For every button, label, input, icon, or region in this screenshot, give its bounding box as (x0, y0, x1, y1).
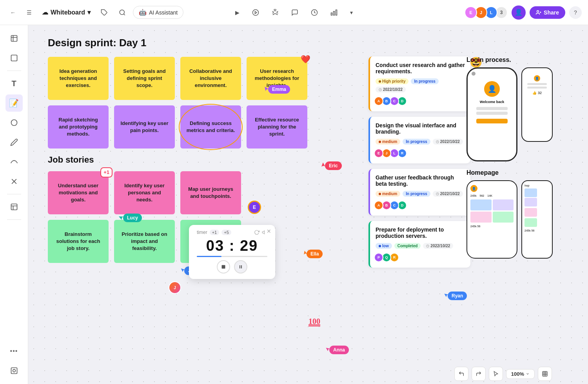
sticky-green-2[interactable]: Prioritize based on impact and feasibili… (114, 220, 175, 263)
comment-button[interactable] (287, 7, 302, 18)
help-button[interactable]: ? (569, 6, 582, 19)
task-card-4[interactable]: Prepare for deployment to production ser… (368, 221, 470, 268)
cursor-lucy: Lucy (118, 214, 125, 222)
homepage-mockup-2[interactable]: hap 245k 56 (521, 180, 553, 259)
homepage-mockup[interactable]: 👤 245k 562 14K 245k 56 (466, 180, 517, 259)
sticky-green-1[interactable]: Brainstorm solutions for each job story. (48, 220, 109, 263)
task-4-title: Prepare for deployment to production ser… (376, 226, 465, 239)
priority-dot (379, 80, 381, 83)
timer-badge-1[interactable]: +1 (210, 230, 220, 235)
timer-stop-button[interactable] (217, 260, 230, 274)
sticky-text: Understand user motivations and goals. (53, 182, 103, 204)
task-cards-panel: Conduct user research and gather require… (368, 56, 470, 273)
sticky-text: Brainstorm solutions for each job story. (53, 231, 103, 252)
chart-button[interactable] (327, 7, 341, 18)
sticky-purple-3[interactable]: Defining success metrics and criteria. (180, 105, 241, 149)
timer-button[interactable] (307, 7, 322, 18)
sidebar-tool-frames[interactable] (5, 30, 23, 47)
task-2-priority: medium (376, 139, 400, 145)
jack-avatar-inner: J (169, 282, 180, 293)
timer-bar-fill (197, 256, 221, 257)
close-sim (472, 72, 475, 76)
sticky-pink-2[interactable]: Identify key user personas and needs. (114, 171, 175, 214)
second-phone-mockup[interactable]: 👤 👍 32 (521, 67, 553, 142)
sticky-purple-4[interactable]: Effective resource planning for the spri… (247, 105, 307, 149)
present-button[interactable] (248, 7, 263, 18)
sticky-yellow-1[interactable]: Idea generation techniques and exercises… (48, 57, 109, 100)
whiteboard-title[interactable]: ☁ Whiteboard ▾ (39, 6, 94, 18)
svg-rect-7 (334, 11, 335, 15)
hp-stats: 245k 562 14K (470, 194, 514, 197)
timer-badge-2[interactable]: +5 (221, 230, 231, 235)
sidebar-tool-shapes[interactable] (5, 114, 23, 131)
redo-icon (475, 371, 482, 377)
priority-dot (379, 141, 381, 143)
search-button[interactable] (115, 7, 130, 18)
minimap-button[interactable] (538, 367, 552, 381)
sidebar-tool-text[interactable]: T (5, 75, 23, 92)
pointer-icon (493, 371, 499, 377)
undo-button[interactable] (454, 367, 468, 381)
main-phone-mockup[interactable]: 👤 Welcome back (466, 67, 517, 161)
task-4-date: 2022/10/22 (423, 243, 453, 249)
toolbar-center: ▶ ▾ (231, 7, 357, 18)
sticky-yellow-3[interactable]: Collaborative and inclusive environment. (180, 57, 241, 100)
task-1-priority: High priority (376, 78, 408, 84)
priority-dot (379, 193, 381, 195)
ai-assistant-button[interactable]: 🤖 AI Assistant (133, 6, 183, 19)
svg-rect-23 (241, 265, 242, 268)
sidebar-tool-connector[interactable] (5, 173, 23, 190)
menu-button[interactable]: ☰ (23, 7, 36, 18)
whiteboard-name-text: Whiteboard (51, 9, 85, 16)
task-3-title: Gather user feedback through beta testin… (376, 174, 465, 187)
play-prev-button[interactable]: ▶ (231, 7, 243, 18)
sidebar-tool-select[interactable] (5, 49, 23, 67)
task-2-title: Design the visual interface and branding… (376, 122, 465, 135)
sidebar-divider-1 (7, 71, 21, 71)
task-card-3[interactable]: Gather user feedback through beta testin… (368, 169, 470, 216)
tag-button[interactable] (97, 7, 112, 18)
bottom-toolbar: 100% (28, 364, 560, 384)
cursor-eric: Eric (320, 162, 327, 170)
timer-close-button[interactable]: ✕ (267, 228, 271, 234)
sticky-pink-3[interactable]: Map user journeys and touchpoints. (180, 171, 241, 214)
sidebar-tool-template[interactable] (5, 198, 23, 216)
svg-rect-21 (222, 265, 225, 269)
clock-icon (426, 245, 429, 248)
pointer-button[interactable] (489, 367, 503, 381)
whiteboard-canvas[interactable]: Design sprint: Day 1 Idea generation tec… (28, 25, 588, 384)
sticky-yellow-2[interactable]: Setting goals and defining sprint scope. (114, 57, 175, 100)
svg-line-2 (123, 14, 125, 15)
homepage-title: Homepage (466, 169, 580, 176)
back-button[interactable]: ← (6, 7, 20, 18)
cursor-label-ryan: Ryan (448, 292, 467, 300)
sidebar-tool-sticky[interactable]: 📝 (5, 94, 23, 112)
sticky-purple-1[interactable]: Rapid sketching and prototyping methods. (48, 105, 109, 149)
more-tools-button[interactable]: ▾ (346, 7, 357, 18)
task-2-badges: medium In progress 2022/10/22 (376, 139, 465, 145)
task-2-avatars: E J L R (376, 149, 465, 158)
timer-widget: ✕ timer +1 +5 03 : 29 (189, 225, 275, 279)
my-avatar[interactable]: 👤 (512, 5, 526, 20)
dropdown-icon: ▾ (87, 9, 91, 16)
back-icon: ← (10, 9, 16, 16)
sidebar-tool-pen[interactable] (5, 134, 23, 151)
celebrate-button[interactable] (268, 7, 283, 18)
sidebar-tool-present[interactable] (5, 362, 23, 379)
sidebar-tool-more[interactable]: ••• (5, 342, 23, 360)
toolbar-right: E J L 3 👤 Share ? (467, 5, 582, 20)
task-1-date: 2022/10/22 (376, 87, 406, 92)
sticky-pink-1[interactable]: Understand user motivations and goals. +… (48, 171, 109, 214)
share-button[interactable]: Share (530, 6, 565, 19)
timer-pause-button[interactable] (234, 260, 247, 274)
redo-button[interactable] (472, 367, 486, 381)
login-panel: Login process. 👤 Welcome back 👤 👍 (466, 56, 580, 266)
task-card-2[interactable]: Design the visual interface and branding… (368, 117, 470, 163)
task-card-1[interactable]: Conduct user research and gather require… (368, 56, 470, 111)
svg-point-9 (537, 10, 539, 12)
sticky-purple-2[interactable]: Identifying key user pain points. (114, 105, 175, 149)
sidebar-tool-draw[interactable] (5, 153, 23, 170)
zoom-control[interactable]: 100% (506, 369, 535, 379)
like-icon: 👍 (532, 91, 537, 95)
hp2-cell-2 (524, 198, 537, 206)
